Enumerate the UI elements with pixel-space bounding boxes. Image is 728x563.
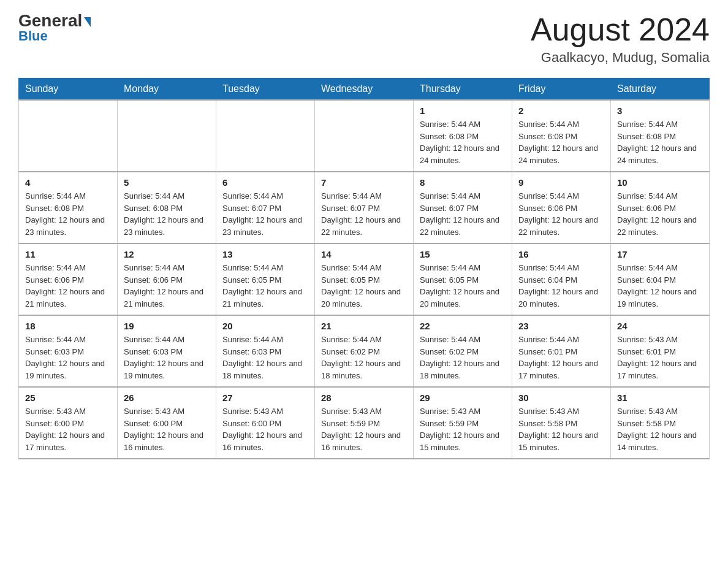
day-info: Sunrise: 5:44 AMSunset: 6:03 PMDaylight:… <box>222 334 308 381</box>
day-info: Sunrise: 5:44 AMSunset: 6:06 PMDaylight:… <box>617 190 703 238</box>
day-info: Sunrise: 5:44 AMSunset: 6:08 PMDaylight:… <box>25 190 111 238</box>
day-number: 9 <box>518 177 604 188</box>
table-row: 15Sunrise: 5:44 AMSunset: 6:05 PMDayligh… <box>414 243 512 315</box>
calendar-week-row: 11Sunrise: 5:44 AMSunset: 6:06 PMDayligh… <box>19 243 710 315</box>
table-row: 1Sunrise: 5:44 AMSunset: 6:08 PMDaylight… <box>414 100 512 172</box>
day-number: 12 <box>124 249 210 259</box>
day-info: Sunrise: 5:43 AMSunset: 6:01 PMDaylight:… <box>617 334 703 381</box>
day-number: 17 <box>617 249 703 259</box>
day-info: Sunrise: 5:44 AMSunset: 6:06 PMDaylight:… <box>25 262 111 310</box>
title-area: August 2024 Gaalkacyo, Mudug, Somalia <box>531 12 710 66</box>
table-row: 9Sunrise: 5:44 AMSunset: 6:06 PMDaylight… <box>512 172 611 243</box>
day-info: Sunrise: 5:44 AMSunset: 6:05 PMDaylight:… <box>222 262 308 310</box>
table-row: 30Sunrise: 5:43 AMSunset: 5:58 PMDayligh… <box>512 387 611 459</box>
day-number: 29 <box>420 393 506 403</box>
day-number: 16 <box>518 249 604 259</box>
table-row: 23Sunrise: 5:44 AMSunset: 6:01 PMDayligh… <box>512 315 611 387</box>
page-header: General Blue August 2024 Gaalkacyo, Mudu… <box>18 12 710 66</box>
day-info: Sunrise: 5:44 AMSunset: 6:06 PMDaylight:… <box>124 262 210 310</box>
logo-general: General <box>18 12 91 29</box>
day-number: 4 <box>25 177 111 188</box>
table-row: 24Sunrise: 5:43 AMSunset: 6:01 PMDayligh… <box>611 315 710 387</box>
table-row: 5Sunrise: 5:44 AMSunset: 6:08 PMDaylight… <box>118 172 216 243</box>
day-number: 21 <box>321 321 407 331</box>
table-row: 17Sunrise: 5:44 AMSunset: 6:04 PMDayligh… <box>611 243 710 315</box>
header-wednesday: Wednesday <box>315 79 414 101</box>
day-info: Sunrise: 5:44 AMSunset: 6:04 PMDaylight:… <box>617 262 703 310</box>
header-monday: Monday <box>118 79 216 101</box>
day-info: Sunrise: 5:43 AMSunset: 5:58 PMDaylight:… <box>518 405 604 453</box>
day-info: Sunrise: 5:44 AMSunset: 6:07 PMDaylight:… <box>222 190 308 238</box>
day-number: 14 <box>321 249 407 259</box>
table-row <box>315 100 414 172</box>
day-info: Sunrise: 5:44 AMSunset: 6:08 PMDaylight:… <box>617 118 703 166</box>
day-number: 19 <box>124 321 210 331</box>
day-info: Sunrise: 5:43 AMSunset: 6:00 PMDaylight:… <box>124 405 210 453</box>
day-number: 23 <box>518 321 604 331</box>
table-row: 13Sunrise: 5:44 AMSunset: 6:05 PMDayligh… <box>216 243 315 315</box>
day-info: Sunrise: 5:43 AMSunset: 5:58 PMDaylight:… <box>617 405 703 453</box>
table-row: 12Sunrise: 5:44 AMSunset: 6:06 PMDayligh… <box>118 243 216 315</box>
day-info: Sunrise: 5:44 AMSunset: 6:05 PMDaylight:… <box>420 262 506 310</box>
table-row: 21Sunrise: 5:44 AMSunset: 6:02 PMDayligh… <box>315 315 414 387</box>
table-row: 6Sunrise: 5:44 AMSunset: 6:07 PMDaylight… <box>216 172 315 243</box>
day-info: Sunrise: 5:44 AMSunset: 6:02 PMDaylight:… <box>321 334 407 381</box>
day-number: 22 <box>420 321 506 331</box>
location-subtitle: Gaalkacyo, Mudug, Somalia <box>531 50 710 66</box>
day-number: 2 <box>518 105 604 116</box>
day-number: 18 <box>25 321 111 331</box>
calendar-week-row: 1Sunrise: 5:44 AMSunset: 6:08 PMDaylight… <box>19 100 710 172</box>
day-info: Sunrise: 5:44 AMSunset: 6:04 PMDaylight:… <box>518 262 604 310</box>
table-row <box>118 100 216 172</box>
table-row <box>216 100 315 172</box>
calendar-week-row: 25Sunrise: 5:43 AMSunset: 6:00 PMDayligh… <box>19 387 710 459</box>
day-number: 27 <box>222 393 308 403</box>
header-friday: Friday <box>512 79 611 101</box>
day-number: 24 <box>617 321 703 331</box>
logo: General Blue <box>18 12 91 44</box>
day-info: Sunrise: 5:44 AMSunset: 6:03 PMDaylight:… <box>25 334 111 381</box>
header-sunday: Sunday <box>19 79 118 101</box>
day-number: 8 <box>420 177 506 188</box>
table-row: 16Sunrise: 5:44 AMSunset: 6:04 PMDayligh… <box>512 243 611 315</box>
day-number: 5 <box>124 177 210 188</box>
day-number: 26 <box>124 393 210 403</box>
day-number: 1 <box>420 105 506 116</box>
day-info: Sunrise: 5:44 AMSunset: 6:08 PMDaylight:… <box>124 190 210 238</box>
month-year-title: August 2024 <box>531 12 710 47</box>
calendar-table: Sunday Monday Tuesday Wednesday Thursday… <box>18 78 710 459</box>
day-number: 15 <box>420 249 506 259</box>
table-row: 28Sunrise: 5:43 AMSunset: 5:59 PMDayligh… <box>315 387 414 459</box>
day-number: 20 <box>222 321 308 331</box>
day-info: Sunrise: 5:44 AMSunset: 6:01 PMDaylight:… <box>518 334 604 381</box>
table-row: 8Sunrise: 5:44 AMSunset: 6:07 PMDaylight… <box>414 172 512 243</box>
day-number: 31 <box>617 393 703 403</box>
day-info: Sunrise: 5:44 AMSunset: 6:08 PMDaylight:… <box>518 118 604 166</box>
table-row: 31Sunrise: 5:43 AMSunset: 5:58 PMDayligh… <box>611 387 710 459</box>
table-row: 26Sunrise: 5:43 AMSunset: 6:00 PMDayligh… <box>118 387 216 459</box>
day-info: Sunrise: 5:44 AMSunset: 6:02 PMDaylight:… <box>420 334 506 381</box>
table-row: 18Sunrise: 5:44 AMSunset: 6:03 PMDayligh… <box>19 315 118 387</box>
day-info: Sunrise: 5:43 AMSunset: 6:00 PMDaylight:… <box>25 405 111 453</box>
table-row <box>19 100 118 172</box>
day-number: 10 <box>617 177 703 188</box>
day-info: Sunrise: 5:43 AMSunset: 5:59 PMDaylight:… <box>420 405 506 453</box>
table-row: 3Sunrise: 5:44 AMSunset: 6:08 PMDaylight… <box>611 100 710 172</box>
table-row: 4Sunrise: 5:44 AMSunset: 6:08 PMDaylight… <box>19 172 118 243</box>
table-row: 19Sunrise: 5:44 AMSunset: 6:03 PMDayligh… <box>118 315 216 387</box>
header-tuesday: Tuesday <box>216 79 315 101</box>
calendar-week-row: 18Sunrise: 5:44 AMSunset: 6:03 PMDayligh… <box>19 315 710 387</box>
day-info: Sunrise: 5:44 AMSunset: 6:06 PMDaylight:… <box>518 190 604 238</box>
weekday-header-row: Sunday Monday Tuesday Wednesday Thursday… <box>19 79 710 101</box>
table-row: 25Sunrise: 5:43 AMSunset: 6:00 PMDayligh… <box>19 387 118 459</box>
table-row: 20Sunrise: 5:44 AMSunset: 6:03 PMDayligh… <box>216 315 315 387</box>
day-info: Sunrise: 5:44 AMSunset: 6:08 PMDaylight:… <box>420 118 506 166</box>
day-info: Sunrise: 5:44 AMSunset: 6:07 PMDaylight:… <box>321 190 407 238</box>
day-info: Sunrise: 5:44 AMSunset: 6:07 PMDaylight:… <box>420 190 506 238</box>
day-info: Sunrise: 5:44 AMSunset: 6:03 PMDaylight:… <box>124 334 210 381</box>
calendar-week-row: 4Sunrise: 5:44 AMSunset: 6:08 PMDaylight… <box>19 172 710 243</box>
header-thursday: Thursday <box>414 79 512 101</box>
day-number: 7 <box>321 177 407 188</box>
day-info: Sunrise: 5:44 AMSunset: 6:05 PMDaylight:… <box>321 262 407 310</box>
table-row: 27Sunrise: 5:43 AMSunset: 6:00 PMDayligh… <box>216 387 315 459</box>
